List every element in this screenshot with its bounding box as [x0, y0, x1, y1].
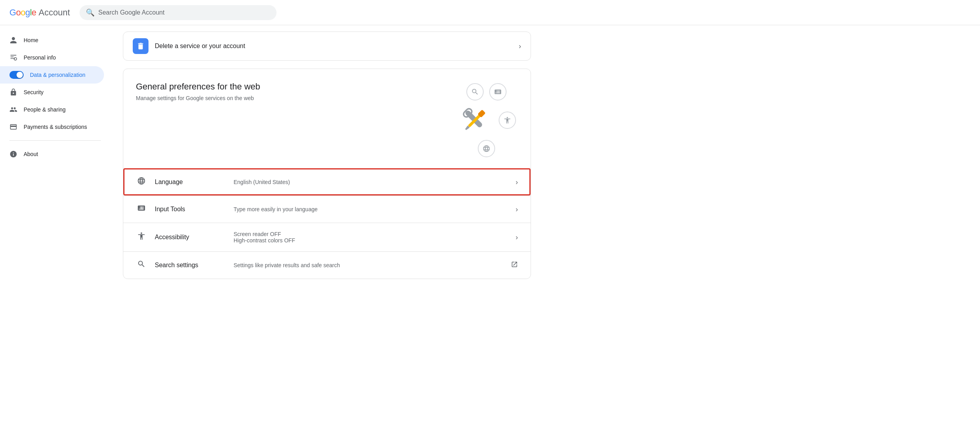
google-account-logo[interactable]: Google Account: [9, 7, 70, 18]
general-prefs-header: General preferences for the web Manage s…: [123, 69, 531, 168]
sidebar-payments-label: Payments & subscriptions: [24, 124, 87, 130]
sidebar-data-label: Data & personalization: [30, 72, 85, 78]
input-tools-arrow-icon: ›: [516, 205, 518, 214]
search-input[interactable]: [98, 9, 270, 16]
google-wordmark: Google: [9, 7, 36, 18]
about-icon: [9, 150, 17, 158]
accessibility-icon: [136, 232, 147, 243]
sidebar-item-about[interactable]: About: [0, 145, 104, 163]
accessibility-values: Screen reader OFF High-contrast colors O…: [234, 231, 508, 244]
sidebar-security-label: Security: [24, 89, 44, 95]
accessibility-value1: Screen reader OFF: [234, 231, 508, 237]
sidebar-item-personal-info[interactable]: Personal info: [0, 49, 104, 66]
sidebar-item-people-sharing[interactable]: People & sharing: [0, 101, 104, 118]
sidebar-divider: [9, 140, 101, 141]
header: Google Account 🔍: [0, 0, 980, 25]
search-settings-icon: [136, 260, 147, 271]
sidebar-personal-info-label: Personal info: [24, 54, 56, 61]
delete-service-label: Delete a service or your account: [155, 43, 512, 50]
search-settings-label: Search settings: [155, 262, 226, 269]
illust-globe-icon: [478, 140, 495, 157]
general-prefs-title: General preferences for the web: [136, 82, 260, 92]
illust-search-icon: [466, 83, 484, 100]
sidebar-people-label: People & sharing: [24, 106, 66, 113]
delete-service-arrow: ›: [519, 42, 521, 50]
sidebar-home-label: Home: [24, 37, 38, 43]
language-label: Language: [155, 179, 226, 186]
general-prefs-subtitle: Manage settings for Google services on t…: [136, 95, 260, 101]
sidebar-item-payments[interactable]: Payments & subscriptions: [0, 118, 104, 136]
home-icon: [9, 36, 17, 44]
illust-keyboard-icon: [489, 83, 507, 100]
svg-rect-1: [11, 57, 14, 58]
data-personalization-icon: [9, 71, 24, 79]
svg-rect-0: [11, 55, 17, 56]
input-tools-row[interactable]: Input Tools Type more easily in your lan…: [123, 195, 531, 223]
main-content: Delete a service or your account › Gener…: [110, 25, 544, 426]
sidebar: Home Personal info Data & personalizatio…: [0, 25, 110, 426]
sidebar-item-data-personalization[interactable]: Data & personalization: [0, 66, 104, 84]
general-prefs-text: General preferences for the web Manage s…: [136, 82, 260, 101]
payments-icon: [9, 123, 17, 131]
accessibility-label: Accessibility: [155, 234, 226, 241]
language-row[interactable]: Language English (United States) ›: [123, 168, 531, 195]
input-tools-icon: [136, 204, 147, 215]
language-globe-icon: [136, 177, 147, 188]
accessibility-value2: High-contrast colors OFF: [234, 237, 508, 244]
language-value: English (United States): [234, 179, 508, 185]
delete-service-row[interactable]: Delete a service or your account ›: [123, 32, 531, 60]
general-prefs-illustration: [455, 82, 518, 159]
personal-info-icon: [9, 54, 17, 61]
general-prefs-card: General preferences for the web Manage s…: [123, 69, 531, 279]
search-bar[interactable]: 🔍: [80, 5, 277, 20]
accessibility-row[interactable]: Accessibility Screen reader OFF High-con…: [123, 223, 531, 251]
language-arrow-icon: ›: [516, 178, 518, 186]
input-tools-label: Input Tools: [155, 206, 226, 213]
search-settings-external-icon: [511, 261, 518, 270]
delete-service-icon: [133, 38, 148, 54]
illust-accessibility-icon: [499, 112, 516, 129]
accessibility-arrow-icon: ›: [516, 233, 518, 242]
account-wordmark: Account: [39, 7, 70, 18]
search-icon: 🔍: [86, 8, 95, 17]
toggle-icon: [9, 71, 24, 79]
input-tools-value: Type more easily in your language: [234, 206, 508, 212]
people-icon: [9, 106, 17, 113]
svg-point-3: [14, 58, 17, 60]
sidebar-item-home[interactable]: Home: [0, 32, 104, 49]
page-layout: Home Personal info Data & personalizatio…: [0, 25, 980, 426]
tools-illustration: [455, 104, 495, 136]
tools-svg: [455, 102, 495, 138]
sidebar-about-label: About: [24, 151, 38, 157]
search-settings-row[interactable]: Search settings Settings like private re…: [123, 251, 531, 279]
security-icon: [9, 88, 17, 96]
delete-service-card: Delete a service or your account ›: [123, 32, 531, 61]
sidebar-item-security[interactable]: Security: [0, 84, 104, 101]
search-settings-value: Settings like private results and safe s…: [234, 262, 503, 268]
